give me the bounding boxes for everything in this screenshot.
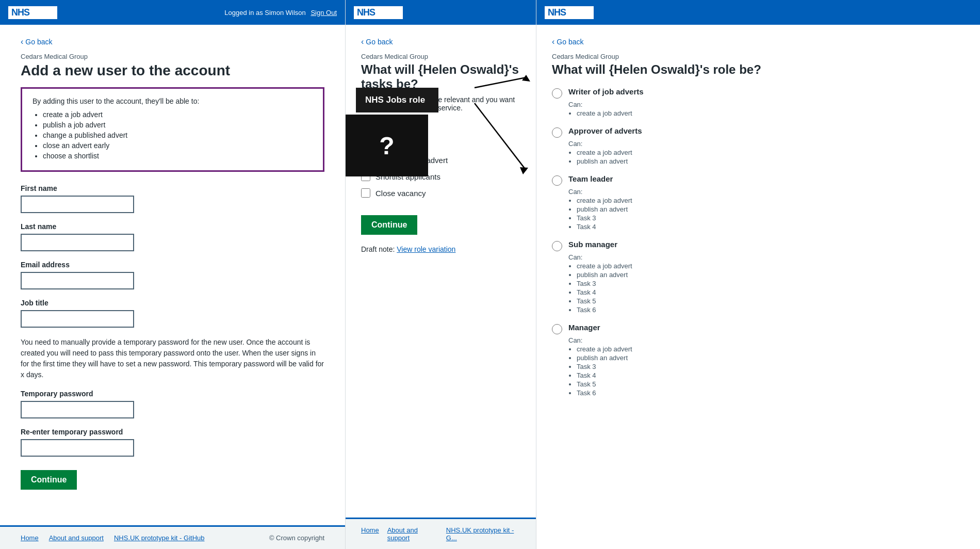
annotation-box: NHS Jobs role: [356, 88, 438, 112]
job-title-group: Job title: [21, 299, 324, 328]
list-item: publish an advert: [577, 157, 965, 165]
role-approver-can: Can: create a job advert publish an adve…: [568, 140, 965, 165]
right-org-name: Cedars Medical Group: [552, 53, 965, 60]
role-manager-can: Can: create a job advert publish an adve…: [568, 336, 965, 397]
list-item: choose a shortlist: [43, 152, 313, 160]
right-header: NHS Jobs: [536, 0, 980, 25]
sign-out-link[interactable]: Sign Out: [311, 9, 337, 17]
can-label-4: Can:: [568, 336, 582, 344]
middle-continue-button[interactable]: Continue: [361, 215, 417, 235]
can-label-2: Can:: [568, 188, 582, 196]
list-item: Task 4: [577, 372, 965, 379]
task-label-4: Close vacancy: [375, 189, 426, 198]
draft-note-label: Draft note:: [361, 245, 395, 253]
task-checkbox-4[interactable]: [361, 188, 370, 198]
left-page-title: Add a new user to the account: [21, 62, 324, 79]
role-label-0: Writer of job adverts: [568, 87, 644, 96]
role-label-4: Manager: [568, 323, 600, 332]
re-enter-password-group: Re-enter temporary password: [21, 428, 324, 457]
list-item: publish an advert: [577, 354, 965, 362]
role-approver: Approver of adverts Can: create a job ad…: [552, 126, 965, 165]
role-writer-item[interactable]: Writer of job adverts: [552, 87, 965, 99]
last-name-label: Last name: [21, 222, 324, 231]
role-radio-2[interactable]: [552, 175, 562, 186]
left-service-name: Jobs: [32, 7, 54, 18]
logged-in-text: Logged in as Simon Wilson: [224, 9, 306, 17]
re-enter-password-input[interactable]: [21, 439, 134, 457]
role-sub-manager-item[interactable]: Sub manager: [552, 240, 965, 251]
list-item: create a job advert: [577, 149, 965, 156]
middle-back-link[interactable]: Go back: [361, 37, 393, 46]
role-approver-item[interactable]: Approver of adverts: [552, 126, 965, 138]
last-name-input[interactable]: [21, 234, 134, 251]
can-label-3: Can:: [568, 253, 582, 261]
right-service-name: Jobs: [569, 7, 591, 18]
role-label-3: Sub manager: [568, 240, 617, 249]
right-back-link[interactable]: Go back: [552, 37, 583, 46]
right-nhs-logo-text: NHS: [548, 7, 566, 18]
first-name-input[interactable]: [21, 196, 134, 213]
draft-note-link[interactable]: View role variation: [397, 245, 455, 253]
role-sub-manager: Sub manager Can: create a job advert pub…: [552, 240, 965, 314]
password-note: You need to manually provide a temporary…: [21, 337, 324, 380]
list-item: close an advert early: [43, 141, 313, 150]
email-input[interactable]: [21, 272, 134, 289]
footer-github-link[interactable]: NHS.UK prototype kit - GitHub: [114, 534, 205, 542]
middle-footer-about[interactable]: About and support: [387, 526, 438, 542]
task-close-vacancy[interactable]: Close vacancy: [361, 188, 520, 198]
role-writer-can: Can: create a job advert: [568, 101, 965, 117]
role-label-2: Team leader: [568, 174, 613, 183]
footer-about-link[interactable]: About and support: [49, 534, 104, 542]
info-box-intro: By adding this user to the account, they…: [32, 97, 313, 105]
left-continue-button[interactable]: Continue: [21, 470, 77, 490]
first-name-group: First name: [21, 184, 324, 213]
list-item: Task 3: [577, 280, 965, 287]
list-item: Task 5: [577, 380, 965, 388]
re-enter-password-label: Re-enter temporary password: [21, 428, 324, 436]
footer-home-link[interactable]: Home: [21, 534, 39, 542]
temp-password-label: Temporary password: [21, 390, 324, 398]
job-title-label: Job title: [21, 299, 324, 307]
right-content: Go back Cedars Medical Group What will {…: [536, 25, 980, 549]
middle-footer-home[interactable]: Home: [361, 526, 379, 542]
role-radio-3[interactable]: [552, 241, 562, 251]
middle-nhs-logo-text: NHS: [357, 7, 375, 18]
list-item: Task 4: [577, 288, 965, 296]
right-page-title: What will {Helen Oswald}'s role be?: [552, 62, 965, 77]
role-radio-4[interactable]: [552, 324, 562, 334]
middle-nhs-header: NHS Jobs: [346, 0, 536, 25]
job-title-input[interactable]: [21, 310, 134, 328]
list-item: publish an advert: [577, 205, 965, 213]
middle-footer-github[interactable]: NHS.UK prototype kit - G...: [446, 526, 520, 542]
info-box: By adding this user to the account, they…: [21, 87, 324, 172]
middle-org-name: Cedars Medical Group: [361, 53, 520, 60]
role-team-leader-can: Can: create a job advert publish an adve…: [568, 188, 965, 231]
left-org-name: Cedars Medical Group: [21, 53, 324, 60]
list-item: create a job advert: [43, 110, 313, 119]
left-footer: Home About and support NHS.UK prototype …: [0, 525, 345, 549]
list-item: create a job advert: [577, 197, 965, 204]
role-sub-manager-can: Can: create a job advert publish an adve…: [568, 253, 965, 314]
first-name-label: First name: [21, 184, 324, 192]
role-team-leader-item[interactable]: Team leader: [552, 174, 965, 186]
role-manager-item[interactable]: Manager: [552, 323, 965, 334]
email-group: Email address: [21, 261, 324, 289]
middle-footer: Home About and support NHS.UK prototype …: [346, 518, 536, 549]
right-panel: NHS Jobs Go back Cedars Medical Group Wh…: [536, 0, 980, 549]
can-label-1: Can:: [568, 140, 582, 148]
list-item: Task 3: [577, 363, 965, 370]
role-radio-1[interactable]: [552, 127, 562, 138]
email-label: Email address: [21, 261, 324, 269]
left-back-link[interactable]: Go back: [21, 37, 52, 46]
role-radio-0[interactable]: [552, 88, 562, 99]
list-item: Task 3: [577, 214, 965, 222]
role-writer: Writer of job adverts Can: create a job …: [552, 87, 965, 117]
middle-panel: NHS Jobs role ? NHS Jobs Go back Cedars …: [346, 0, 536, 549]
role-manager: Manager Can: create a job advert publish…: [552, 323, 965, 397]
list-item: Task 5: [577, 297, 965, 305]
temp-password-input[interactable]: [21, 401, 134, 418]
list-item: Task 6: [577, 389, 965, 397]
middle-nhs-logo: NHS Jobs: [354, 6, 403, 19]
header-right: Logged in as Simon Wilson Sign Out: [224, 9, 337, 17]
list-item: change a published advert: [43, 131, 313, 139]
